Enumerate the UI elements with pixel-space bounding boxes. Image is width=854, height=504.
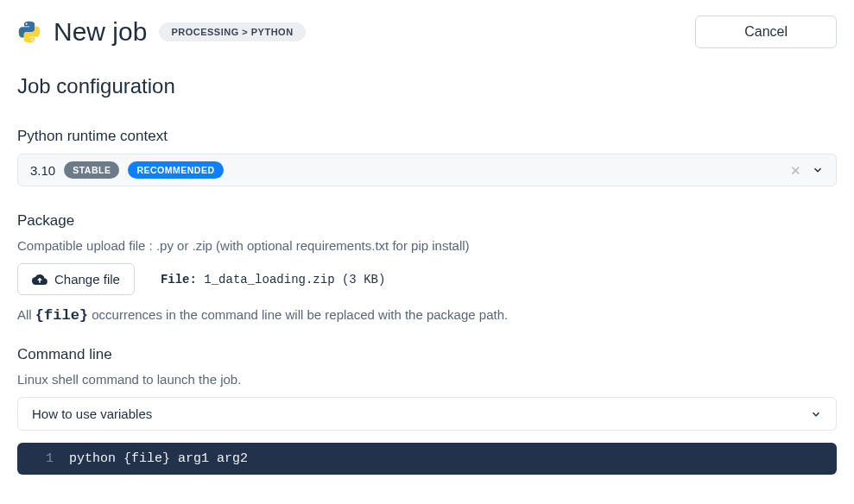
file-row: Change file File: 1_data_loading.zip (3 …	[17, 263, 837, 295]
command-label: Command line	[17, 346, 837, 363]
page-title: New job	[54, 17, 147, 47]
file-info: File: 1_data_loading.zip (3 KB)	[161, 273, 385, 287]
header-left: New job PROCESSING > PYTHON	[17, 17, 306, 47]
recommended-badge: RECOMMENDED	[128, 161, 223, 179]
breadcrumb: PROCESSING > PYTHON	[159, 22, 305, 41]
code-editor[interactable]: 1 python {file} arg1 arg2	[17, 443, 837, 475]
stable-badge: STABLE	[64, 161, 119, 179]
command-section: Command line Linux shell command to laun…	[17, 346, 837, 475]
cloud-upload-icon	[32, 273, 47, 287]
runtime-label: Python runtime context	[17, 128, 837, 145]
python-icon	[17, 20, 41, 44]
clear-icon[interactable]: ✕	[790, 164, 801, 177]
cancel-button[interactable]: Cancel	[695, 16, 837, 48]
package-section: Package Compatible upload file : .py or …	[17, 212, 837, 324]
select-controls: ✕	[790, 164, 824, 177]
line-number: 1	[17, 451, 69, 466]
runtime-section: Python runtime context 3.10 STABLE RECOM…	[17, 128, 837, 186]
file-hint-code: {file}	[35, 307, 88, 324]
variables-toggle[interactable]: How to use variables	[17, 397, 837, 431]
change-file-button[interactable]: Change file	[17, 263, 135, 295]
change-file-label: Change file	[54, 272, 120, 287]
file-hint-prefix: All	[17, 307, 35, 322]
section-title: Job configuration	[17, 74, 837, 98]
runtime-select[interactable]: 3.10 STABLE RECOMMENDED ✕	[17, 154, 837, 186]
chevron-down-icon[interactable]	[812, 164, 824, 176]
variables-toggle-label: How to use variables	[32, 406, 152, 421]
package-label: Package	[17, 212, 837, 230]
command-help: Linux shell command to launch the job.	[17, 372, 837, 387]
code-text[interactable]: python {file} arg1 arg2	[69, 451, 837, 466]
file-info-prefix: File:	[161, 273, 197, 287]
file-hint-suffix: occurrences in the command line will be …	[88, 307, 508, 322]
file-info-name: 1_data_loading.zip (3 KB)	[204, 273, 385, 287]
file-hint: All {file} occurrences in the command li…	[17, 307, 837, 324]
page-header: New job PROCESSING > PYTHON Cancel	[17, 16, 837, 48]
runtime-version: 3.10	[30, 163, 55, 178]
package-help: Compatible upload file : .py or .zip (wi…	[17, 238, 837, 253]
chevron-down-icon	[810, 408, 822, 420]
